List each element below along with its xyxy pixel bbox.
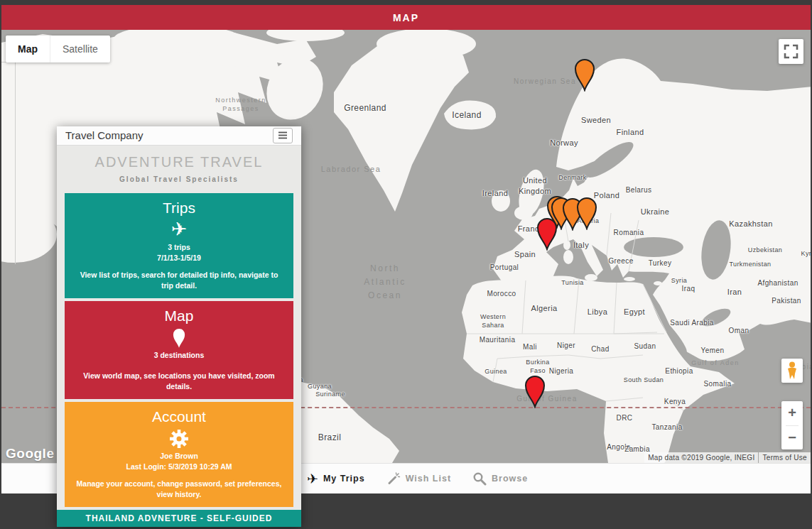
map-type-control: Map Satellite: [6, 36, 110, 62]
country-label: Turkmenistan: [730, 260, 772, 268]
country-label: Algeria: [531, 303, 557, 314]
map-type-map-button[interactable]: Map: [6, 36, 50, 62]
account-last-login: Last Login: 5/3/2019 10:29 AM: [65, 462, 293, 472]
travel-company-panel: Travel Company ADVENTURE TRAVEL Global T…: [57, 126, 301, 527]
zoom-in-button[interactable]: +: [781, 401, 803, 425]
country-label: DRC: [617, 413, 633, 423]
country-label: Mali: [523, 342, 537, 352]
trips-daterange: 7/1/13-1/5/19: [65, 253, 293, 263]
country-label: Kyrgy: [801, 249, 811, 258]
country-label: Romania: [614, 228, 644, 238]
water-label: Norwegian Sea: [514, 77, 576, 87]
country-label: Saudi Arabia: [670, 318, 714, 328]
zoom-out-button[interactable]: −: [781, 426, 803, 450]
country-label: Kenya: [664, 397, 686, 407]
brand-title: ADVENTURE TRAVEL: [57, 154, 301, 170]
country-label: Suriname: [315, 390, 345, 398]
account-card[interactable]: Account Joe Brown Last Login: 5/3/2019 1…: [65, 402, 293, 507]
country-label: Ethiopia: [665, 366, 693, 376]
gear-icon: [65, 427, 293, 451]
page-title: MAP: [393, 12, 419, 23]
pegman-button[interactable]: [781, 359, 803, 383]
country-label: Greenland: [344, 102, 386, 114]
trips-count: 3 trips: [65, 242, 293, 253]
account-user-name: Joe Brown: [65, 451, 293, 462]
country-label: Western Sahara: [480, 312, 506, 329]
country-label: Somalia: [704, 379, 732, 389]
app-title-bar: MAP: [1, 5, 811, 30]
orange-destination-pin[interactable]: [573, 58, 597, 92]
map-card[interactable]: Map 3 destinations View world map, see l…: [65, 301, 293, 399]
nav-label: Wish List: [406, 474, 451, 484]
red-destination-pin[interactable]: [523, 374, 547, 408]
country-label: Italy: [573, 240, 589, 251]
country-label: Libya: [588, 307, 607, 317]
card-title: Map: [65, 305, 293, 326]
map-type-satellite-button[interactable]: Satellite: [50, 36, 110, 62]
country-label: Tunisia: [561, 278, 583, 287]
water-label: Gulf of Aden: [691, 359, 740, 367]
map-attribution: Map data ©2019 Google, INEGI Terms of Us…: [644, 452, 811, 463]
country-label: Burkina Faso: [526, 358, 549, 375]
card-description: Manage your account, change password, se…: [65, 479, 293, 500]
wand-icon: [386, 471, 401, 486]
country-label: Tanzania: [651, 422, 682, 432]
country-label: Sudan: [634, 342, 656, 351]
card-description: View list of trips, search for detailed …: [65, 270, 293, 291]
nav-my-trips[interactable]: ✈ My Trips: [307, 472, 365, 486]
nav-browse[interactable]: Browse: [472, 471, 528, 486]
airplane-icon: ✈: [65, 218, 293, 242]
country-label: Egypt: [624, 307, 645, 317]
country-label: Finland: [617, 127, 644, 138]
nav-label: Browse: [492, 474, 528, 484]
country-label: Ireland: [482, 188, 508, 199]
hamburger-icon: [278, 131, 288, 139]
country-label: Yemen: [701, 346, 725, 356]
country-label: Pakistan: [772, 296, 801, 306]
selected-trip-banner[interactable]: THAILAND ADVNETURE - SELF-GUIDED: [57, 510, 301, 527]
card-title: Account: [65, 406, 293, 427]
country-label: Afghanistan: [757, 278, 798, 288]
country-label: Uzbekistan: [748, 246, 783, 254]
fullscreen-icon: [784, 44, 799, 59]
terms-of-use-link[interactable]: Terms of Use: [759, 452, 811, 463]
fullscreen-button[interactable]: [779, 39, 803, 64]
country-label: Kazakhstan: [729, 219, 772, 229]
trips-card[interactable]: Trips ✈ 3 trips 7/1/13-1/5/19 View list …: [65, 193, 293, 298]
red-destination-pin[interactable]: [535, 217, 559, 251]
country-label: Sweden: [581, 115, 611, 126]
country-label: Denmark: [558, 173, 586, 182]
country-label: Iran: [727, 287, 742, 298]
orange-destination-pin[interactable]: [575, 196, 599, 230]
card-description: View world map, see locations you have v…: [65, 371, 293, 392]
country-label: Brazil: [318, 432, 341, 443]
pegman-icon: [786, 361, 799, 380]
attribution-text: Map data ©2019 Google, INEGI: [644, 452, 758, 463]
water-label: Labrador Sea: [321, 164, 381, 175]
country-label: Iceland: [452, 109, 482, 121]
map-pin-icon: [65, 326, 293, 350]
country-label: Nigeria: [549, 366, 573, 376]
water-label: North Atlantic Ocean: [364, 262, 406, 303]
card-title: Trips: [65, 197, 293, 218]
country-label: Oman: [729, 326, 749, 336]
country-label: Guinea: [485, 367, 507, 376]
country-label: Spain: [514, 249, 536, 260]
panel-header: Travel Company: [57, 126, 301, 146]
country-label: Niger: [557, 341, 575, 351]
nav-label: My Trips: [323, 474, 365, 484]
hamburger-menu-button[interactable]: [273, 128, 293, 143]
country-label: Turkey: [649, 258, 672, 268]
country-label: Morocco: [487, 289, 516, 299]
nav-wish-list[interactable]: Wish List: [386, 471, 451, 486]
country-label: Greece: [608, 256, 633, 266]
country-label: Syria: [671, 276, 688, 285]
country-label: United Kingdom: [519, 175, 551, 197]
google-logo[interactable]: Google: [6, 446, 54, 462]
country-label: Portugal: [490, 263, 519, 273]
country-label: Mauritania: [480, 335, 516, 345]
country-label: Belarus: [626, 185, 652, 195]
destinations-count: 3 destinations: [65, 350, 293, 361]
country-label: South Sudan: [624, 376, 664, 384]
brand-block: ADVENTURE TRAVEL Global Travel Specialis…: [57, 146, 301, 193]
